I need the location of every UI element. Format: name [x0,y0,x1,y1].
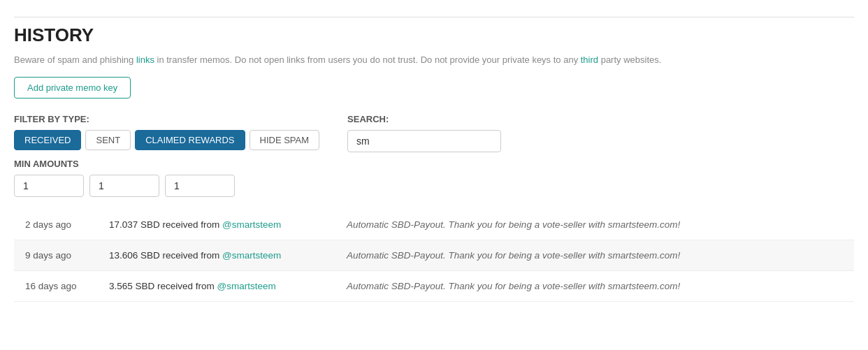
filter-received-button[interactable]: RECEIVED [14,130,81,150]
date-cell: 9 days ago [14,240,98,270]
min-amount-input-3[interactable] [165,175,235,197]
amount-cell: 13.606 SBD received from @smartsteem [98,240,335,270]
user-link[interactable]: @smartsteem [217,281,276,291]
add-memo-key-button[interactable]: Add private memo key [14,77,131,99]
memo-cell: Automatic SBD-Payout. Thank you for bein… [335,210,854,240]
min-amounts-section: MIN AMOUNTS [14,159,854,197]
filter-buttons-row: RECEIVED SENT CLAIMED REWARDS HIDE SPAM [14,130,319,150]
table-row: 16 days ago 3.565 SBD received from @sma… [14,270,854,301]
amount-cell: 17.037 SBD received from @smartsteem [98,210,335,240]
min-amount-input-1[interactable] [14,175,84,197]
date-cell: 16 days ago [14,270,98,301]
min-inputs-row [14,175,854,197]
warning-text: Beware of spam and phishing links in tra… [14,53,854,67]
memo-cell: Automatic SBD-Payout. Thank you for bein… [335,240,854,270]
search-label: SEARCH: [347,114,501,124]
user-link[interactable]: @smartsteem [222,250,281,261]
history-table: 2 days ago 17.037 SBD received from @sma… [14,210,854,302]
page-title: HISTORY [14,24,854,46]
user-link[interactable]: @smartsteem [222,219,281,230]
min-amounts-label: MIN AMOUNTS [14,159,854,169]
filter-by-type-group: FILTER BY TYPE: RECEIVED SENT CLAIMED RE… [14,114,319,159]
memo-cell: Automatic SBD-Payout. Thank you for bein… [335,270,854,301]
amount-cell: 3.565 SBD received from @smartsteem [98,270,335,301]
filter-hide-spam-button[interactable]: HIDE SPAM [249,130,320,150]
date-cell: 2 days ago [14,210,98,240]
table-row: 9 days ago 13.606 SBD received from @sma… [14,240,854,270]
filter-by-type-label: FILTER BY TYPE: [14,114,319,124]
warning-link-links[interactable]: links [136,54,154,65]
warning-link-third[interactable]: third [581,54,598,65]
min-amount-input-2[interactable] [89,175,159,197]
search-group: SEARCH: [347,114,501,152]
filter-claimed-rewards-button[interactable]: CLAIMED REWARDS [135,130,245,150]
table-row: 2 days ago 17.037 SBD received from @sma… [14,210,854,240]
search-input[interactable] [347,130,501,152]
filter-sent-button[interactable]: SENT [85,130,131,150]
